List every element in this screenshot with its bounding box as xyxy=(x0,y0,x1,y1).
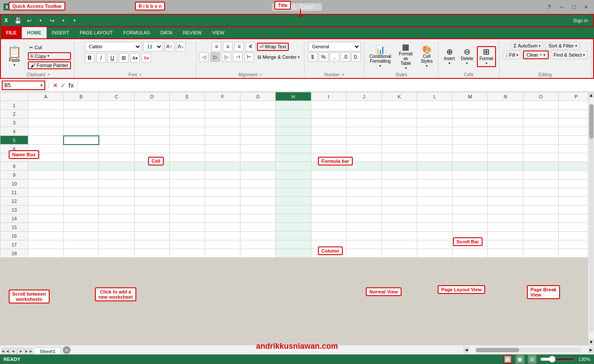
cell-E13[interactable] xyxy=(169,206,205,214)
cell-K16[interactable] xyxy=(381,232,417,240)
row-header-18[interactable]: 18 xyxy=(0,249,28,258)
font-size-select[interactable]: 11 xyxy=(143,42,163,51)
undo-dropdown[interactable]: ▾ xyxy=(36,16,45,25)
cell-O14[interactable] xyxy=(523,214,558,223)
page-break-view-btn[interactable]: ⊞ xyxy=(528,355,537,364)
cell-D4[interactable] xyxy=(134,127,169,136)
cell-I11[interactable] xyxy=(311,188,346,197)
cell-N2[interactable] xyxy=(488,110,523,118)
cell-G5[interactable] xyxy=(240,136,276,145)
cell-F4[interactable] xyxy=(205,127,240,136)
fill-btn[interactable]: ↓ Fill▾ xyxy=(503,51,522,59)
cell-L14[interactable] xyxy=(417,214,452,223)
cell-F12[interactable] xyxy=(205,197,240,206)
cell-G1[interactable] xyxy=(240,101,276,110)
cell-F9[interactable] xyxy=(205,171,240,179)
cell-A4[interactable] xyxy=(28,127,64,136)
cell-F18[interactable] xyxy=(205,249,240,258)
cell-N14[interactable] xyxy=(488,214,523,223)
cell-C14[interactable] xyxy=(99,214,134,223)
col-header-D[interactable]: D xyxy=(134,92,169,101)
cell-I6[interactable] xyxy=(311,145,346,153)
cell-J6[interactable] xyxy=(346,145,381,153)
cell-A17[interactable] xyxy=(28,240,64,249)
cell-H1[interactable] xyxy=(276,101,311,110)
cell-H5[interactable] xyxy=(276,136,311,145)
cell-A16[interactable] xyxy=(28,232,64,240)
cell-G17[interactable] xyxy=(240,240,276,249)
cell-N3[interactable] xyxy=(488,118,523,127)
cell-I3[interactable] xyxy=(311,118,346,127)
cell-M11[interactable] xyxy=(452,188,488,197)
row-header-5[interactable]: 5 xyxy=(0,136,28,145)
cell-A18[interactable] xyxy=(28,249,64,258)
cell-J14[interactable] xyxy=(346,214,381,223)
maximize-btn[interactable]: □ xyxy=(569,3,578,10)
cell-N6[interactable] xyxy=(488,145,523,153)
cell-D5[interactable] xyxy=(134,136,169,145)
tab-formulas[interactable]: FORMULAS xyxy=(118,27,155,38)
cell-N17[interactable] xyxy=(488,240,523,249)
cell-G14[interactable] xyxy=(240,214,276,223)
cell-F2[interactable] xyxy=(205,110,240,118)
decrease-font-btn[interactable]: A↓ xyxy=(176,42,186,51)
cell-K9[interactable] xyxy=(381,171,417,179)
cell-N11[interactable] xyxy=(488,188,523,197)
tab-data[interactable]: DATA xyxy=(155,27,178,38)
cell-D14[interactable] xyxy=(134,214,169,223)
cell-B18[interactable] xyxy=(64,249,99,258)
vscroll-thumb[interactable] xyxy=(589,104,594,139)
cell-N1[interactable] xyxy=(488,101,523,110)
cell-G16[interactable] xyxy=(240,232,276,240)
col-header-L[interactable]: L xyxy=(417,92,452,101)
cell-E16[interactable] xyxy=(169,232,205,240)
cell-O2[interactable] xyxy=(523,110,558,118)
increase-font-btn[interactable]: A↑ xyxy=(165,42,174,51)
clear-btn[interactable]: Clear ~▾ xyxy=(523,51,549,59)
scroll-last-sheet-btn[interactable]: ►► xyxy=(25,348,32,355)
cell-A1[interactable] xyxy=(28,101,64,110)
cell-N10[interactable] xyxy=(488,179,523,188)
row-header-17[interactable]: 17 xyxy=(0,240,28,249)
cell-H11[interactable] xyxy=(276,188,311,197)
wrap-text-btn[interactable]: ⏎Wrap Text xyxy=(257,43,289,51)
cell-B9[interactable] xyxy=(64,171,99,179)
cell-J12[interactable] xyxy=(346,197,381,206)
cell-F8[interactable] xyxy=(205,162,240,171)
cell-D16[interactable] xyxy=(134,232,169,240)
comma-btn[interactable]: , xyxy=(330,52,339,62)
cell-G3[interactable] xyxy=(240,118,276,127)
cell-E9[interactable] xyxy=(169,171,205,179)
cell-E8[interactable] xyxy=(169,162,205,171)
cell-O8[interactable] xyxy=(523,162,558,171)
cell-N7[interactable] xyxy=(488,153,523,162)
align-center-btn[interactable]: ▷ xyxy=(210,52,220,62)
cell-J3[interactable] xyxy=(346,118,381,127)
cell-B4[interactable] xyxy=(64,127,99,136)
cell-J10[interactable] xyxy=(346,179,381,188)
cell-C8[interactable] xyxy=(99,162,134,171)
cell-K10[interactable] xyxy=(381,179,417,188)
cell-K1[interactable] xyxy=(381,101,417,110)
customize-qa[interactable]: ▾ xyxy=(70,16,79,25)
row-header-10[interactable]: 10 xyxy=(0,179,28,188)
cell-B10[interactable] xyxy=(64,179,99,188)
cell-L9[interactable] xyxy=(417,171,452,179)
cell-E12[interactable] xyxy=(169,197,205,206)
cell-O15[interactable] xyxy=(523,223,558,232)
cell-E15[interactable] xyxy=(169,223,205,232)
minimize-btn[interactable]: − xyxy=(557,3,566,10)
tab-review[interactable]: REVIEW xyxy=(178,27,207,38)
cell-L4[interactable] xyxy=(417,127,452,136)
cell-D15[interactable] xyxy=(134,223,169,232)
cell-J18[interactable] xyxy=(346,249,381,258)
decrease-indent-btn[interactable]: ⊣ xyxy=(233,52,243,62)
cell-M2[interactable] xyxy=(452,110,488,118)
fill-color-btn[interactable]: A▾ xyxy=(130,53,140,63)
cell-I12[interactable] xyxy=(311,197,346,206)
cell-G11[interactable] xyxy=(240,188,276,197)
col-header-I[interactable]: I xyxy=(311,92,346,101)
cell-G12[interactable] xyxy=(240,197,276,206)
cell-M7[interactable] xyxy=(452,153,488,162)
merge-center-btn[interactable]: ⊟Merge & Center▾ xyxy=(256,54,301,61)
